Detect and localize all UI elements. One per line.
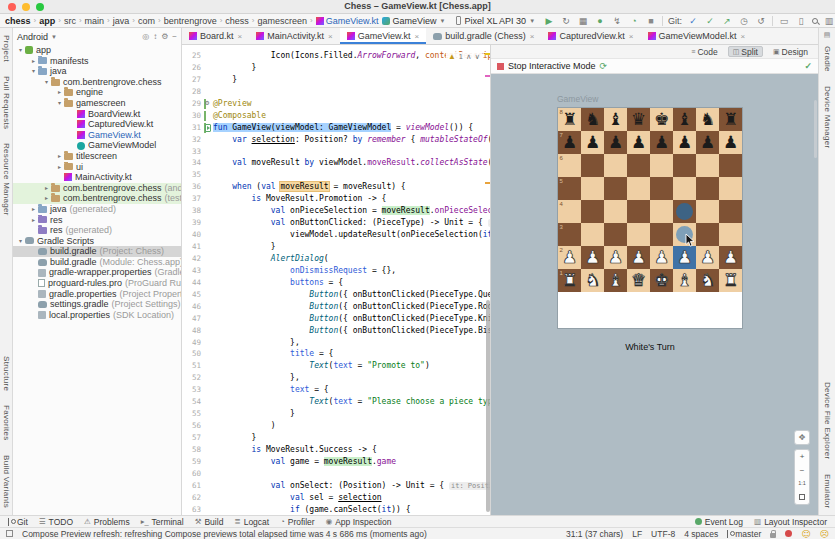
board-square[interactable]: ♞ <box>581 108 604 131</box>
editor-tab[interactable]: MainActivity.kt× <box>249 28 340 44</box>
editor-tab[interactable]: GameView.kt× <box>340 28 427 44</box>
close-tab-icon[interactable]: × <box>740 32 745 41</box>
mode-design[interactable]: ▣Design <box>769 46 812 57</box>
board-square[interactable]: ♚ <box>650 269 673 292</box>
code-line[interactable]: 31fun GameView(viewModel: GameViewModel … <box>182 122 490 134</box>
board-square[interactable]: 8♜ <box>558 108 581 131</box>
board-square[interactable] <box>581 200 604 223</box>
tool-strip-build-variants[interactable]: Build Variants <box>2 455 11 508</box>
tree-item[interactable]: ▸res <box>13 215 181 226</box>
tree-item[interactable]: gradle-wrapper.properties(Gradle Version… <box>13 267 181 278</box>
board-square[interactable] <box>673 154 696 177</box>
board-square[interactable] <box>627 154 650 177</box>
tree-item[interactable]: BoardView.kt <box>13 109 181 120</box>
debug-button[interactable]: ● <box>594 16 606 26</box>
board-square[interactable] <box>696 200 719 223</box>
code-line[interactable]: 26 } <box>182 62 490 74</box>
tree-item[interactable]: GameViewModel <box>13 140 181 151</box>
code-line[interactable]: 30@Composable <box>182 110 490 122</box>
tool-strip-pull-requests[interactable]: Pull Requests <box>2 76 11 129</box>
breadcrumb-item[interactable]: chess <box>5 16 31 26</box>
board-square[interactable]: ♛ <box>627 108 650 131</box>
board-square[interactable]: ♝ <box>604 269 627 292</box>
mode-code[interactable]: ≡Code <box>687 46 721 57</box>
profiler-button[interactable]: ◔ <box>628 16 640 26</box>
board-square[interactable] <box>673 177 696 200</box>
settings-gear-icon[interactable]: ⚙ <box>161 32 168 41</box>
code-line[interactable]: 41 } <box>182 241 490 253</box>
board-square[interactable] <box>719 200 742 223</box>
board-square[interactable] <box>719 223 742 246</box>
code-line[interactable]: 33 <box>182 146 490 158</box>
board-square[interactable] <box>604 223 627 246</box>
code-line[interactable]: 62 val sel = selection <box>182 492 490 504</box>
code-line[interactable]: 46 Button({ onButtonClicked(PieceType.Ro… <box>182 301 490 313</box>
tree-item[interactable]: proguard-rules.pro(ProGuard Rules for Ch <box>13 278 181 289</box>
avd-manager-button[interactable]: ▯ <box>795 16 807 26</box>
code-line[interactable]: 34 val moveResult by viewModel.moveResul… <box>182 157 490 169</box>
board-square[interactable]: 3 <box>558 223 581 246</box>
code-line[interactable]: 53 text = { <box>182 384 490 396</box>
code-line[interactable]: 50 title = { <box>182 348 490 360</box>
code-line[interactable]: 47 Button({ onButtonClicked(PieceType.Kn… <box>182 313 490 325</box>
happy-face-icon[interactable]: ☺ <box>801 529 810 539</box>
board-square[interactable] <box>604 154 627 177</box>
code-line[interactable]: 58 is MoveResult.Success -> { <box>182 444 490 456</box>
board-square[interactable]: ♚ <box>650 108 673 131</box>
board-square[interactable] <box>627 223 650 246</box>
tree-item[interactable]: gradle.properties(Project Properties) <box>13 289 181 300</box>
board-square[interactable]: ♟ <box>650 246 673 269</box>
board-square[interactable] <box>581 177 604 200</box>
breadcrumb-item[interactable]: bentrengrove <box>164 16 217 26</box>
zoom-to-fit-button[interactable] <box>795 491 809 505</box>
recording-icon[interactable] <box>785 530 792 537</box>
code-line[interactable]: 39 val onButtonClicked: (PieceType) -> U… <box>182 217 490 229</box>
line-separator[interactable]: LF <box>632 529 642 539</box>
code-line[interactable]: 57 } <box>182 432 490 444</box>
tool-window-button-event-log[interactable]: Event Log <box>695 517 743 527</box>
board-square[interactable]: 5 <box>558 177 581 200</box>
project-view-header[interactable]: Android ▼ ◎↕⚙− <box>13 28 181 45</box>
board-square[interactable] <box>581 154 604 177</box>
git-branch-widget[interactable]: master <box>727 529 761 539</box>
close-tab-icon[interactable]: × <box>238 32 243 41</box>
board-square[interactable]: 7♟ <box>558 131 581 154</box>
close-tab-icon[interactable]: × <box>530 32 535 41</box>
tool-strip-device-manager[interactable]: Device Manager <box>823 86 832 148</box>
board-square[interactable]: ♝ <box>604 108 627 131</box>
tool-window-switcher-icon[interactable] <box>6 530 13 537</box>
device-select[interactable]: Pixel XL API 30 ▼ <box>453 16 538 26</box>
tool-strip-device-file-explorer[interactable]: Device File Explorer <box>823 382 832 460</box>
breadcrumb-item[interactable]: app <box>39 16 55 26</box>
apply-changes-button[interactable]: ↻ <box>560 16 572 26</box>
tool-window-button-build[interactable]: ⚒Build <box>195 517 224 527</box>
caret-position[interactable]: 31:1 (37 chars) <box>566 529 623 539</box>
tool-strip-resource-manager[interactable]: Resource Manager <box>2 143 11 216</box>
breadcrumb-item[interactable]: main <box>85 16 105 26</box>
board-square[interactable]: 2♟ <box>558 246 581 269</box>
code-line[interactable]: 63 if (game.canSelect(it)) { <box>182 504 490 515</box>
board-square[interactable]: ♟ <box>627 131 650 154</box>
preview-canvas[interactable]: GameView 8♜♞♝♛♚♝♞♜7♟♟♟♟♟♟♟♟65432♟♟♟♟♟♟♟♟… <box>491 74 818 515</box>
board-square[interactable] <box>604 200 627 223</box>
board-square[interactable]: ♛ <box>627 269 650 292</box>
tree-item[interactable]: res(generated) <box>13 225 181 236</box>
run-button[interactable]: ▶ <box>543 16 555 26</box>
board-square[interactable] <box>650 177 673 200</box>
board-square[interactable] <box>719 154 742 177</box>
tree-item[interactable]: local.properties(SDK Location) <box>13 310 181 321</box>
code-line[interactable]: 29⚙@Preview <box>182 98 490 110</box>
board-square[interactable]: ♟ <box>604 246 627 269</box>
code-line[interactable]: 45 Button({ onButtonClicked(PieceType.Qu… <box>182 289 490 301</box>
code-line[interactable]: 59 val game = moveResult.game <box>182 456 490 468</box>
close-tab-icon[interactable]: × <box>629 32 634 41</box>
indent-setting[interactable]: 4 spaces <box>684 529 718 539</box>
board-square[interactable]: 6 <box>558 154 581 177</box>
board-square[interactable]: ♟ <box>673 131 696 154</box>
zoom-in-button[interactable]: + <box>795 450 809 464</box>
tree-item[interactable]: settings.gradle(Project Settings) <box>13 299 181 310</box>
code-line[interactable]: 25 Icon(Icons.Filled.ArrowForward, conte… <box>182 50 490 62</box>
preview-scrollbar[interactable] <box>814 100 817 158</box>
tree-item[interactable]: ▸java(generated) <box>13 204 181 215</box>
board-square[interactable] <box>627 200 650 223</box>
